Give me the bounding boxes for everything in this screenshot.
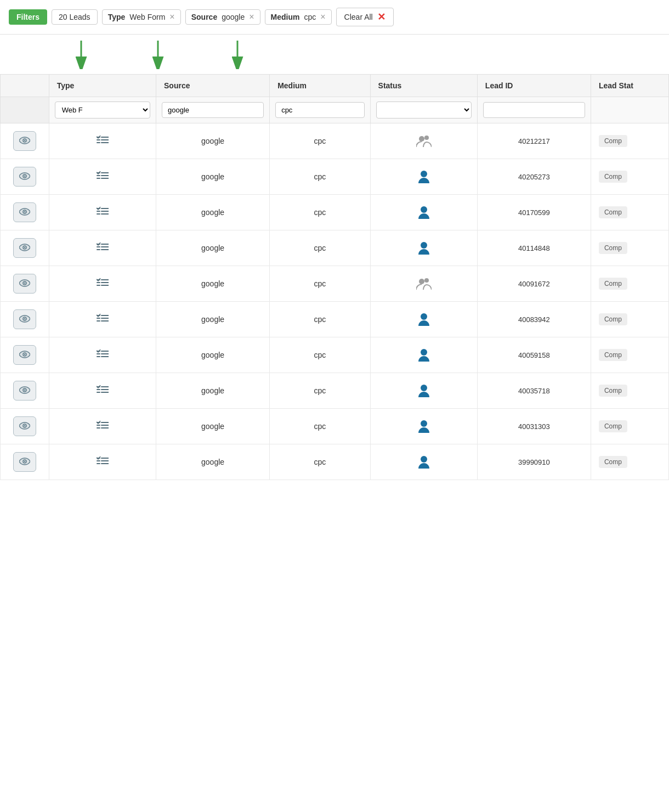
svg-rect-92 bbox=[97, 425, 100, 426]
lead-id-value: 40212217 bbox=[518, 137, 550, 145]
view-button[interactable] bbox=[13, 381, 36, 401]
clear-all-button[interactable]: Clear All ✕ bbox=[336, 8, 394, 26]
svg-point-46 bbox=[421, 242, 427, 249]
eye-icon bbox=[19, 314, 30, 325]
view-button[interactable] bbox=[13, 452, 36, 472]
type-list-icon bbox=[57, 207, 148, 218]
medium-value: cpc bbox=[314, 172, 326, 181]
source-filter-input[interactable] bbox=[162, 102, 264, 118]
view-button[interactable] bbox=[13, 345, 36, 365]
type-cell bbox=[49, 444, 156, 480]
table-header-row: Type Source Medium Status Lead ID Lead S… bbox=[1, 75, 669, 97]
col-header-lead-status: Lead Stat bbox=[591, 75, 668, 97]
medium-cell: cpc bbox=[270, 230, 370, 266]
type-list-icon bbox=[57, 349, 148, 360]
source-cell: google bbox=[156, 337, 270, 373]
medium-chip-close[interactable]: × bbox=[320, 13, 325, 21]
table-row: googlecpc 40031303Comp bbox=[1, 409, 669, 444]
lead-status-cell: Comp bbox=[591, 302, 668, 337]
status-cell bbox=[370, 266, 477, 302]
lead-id-value: 40059158 bbox=[518, 351, 550, 359]
view-button[interactable] bbox=[13, 167, 36, 187]
lead-id-cell: 40091672 bbox=[477, 266, 591, 302]
type-chip-close[interactable]: × bbox=[169, 13, 174, 21]
status-cell bbox=[370, 373, 477, 409]
status-single-icon bbox=[378, 348, 469, 362]
table-row: googlecpc 40205273Comp bbox=[1, 159, 669, 195]
col-header-status: Status bbox=[370, 75, 477, 97]
svg-point-80 bbox=[24, 389, 25, 390]
svg-rect-21 bbox=[97, 175, 100, 176]
lead-status-cell: Comp bbox=[591, 409, 668, 444]
source-cell: google bbox=[156, 230, 270, 266]
type-list-icon bbox=[57, 243, 148, 253]
status-single-icon bbox=[378, 241, 469, 255]
view-button[interactable] bbox=[13, 238, 36, 258]
lead-id-cell: 40059158 bbox=[477, 337, 591, 373]
lead-status-cell: Comp bbox=[591, 195, 668, 230]
table-row: googlecpc 40091672Comp bbox=[1, 266, 669, 302]
source-value: google bbox=[201, 458, 224, 466]
svg-rect-42 bbox=[97, 249, 100, 250]
lead-status-chip: Comp bbox=[599, 420, 627, 432]
lead-status-cell: Comp bbox=[591, 123, 668, 159]
eye-icon bbox=[19, 385, 30, 397]
status-single-icon bbox=[378, 313, 469, 326]
svg-point-107 bbox=[421, 456, 427, 463]
medium-value: cpc bbox=[314, 422, 326, 431]
view-button[interactable] bbox=[13, 309, 36, 329]
lead-status-chip: Comp bbox=[599, 313, 627, 325]
col-header-medium: Medium bbox=[270, 75, 370, 97]
type-list-icon bbox=[57, 385, 148, 396]
type-cell bbox=[49, 409, 156, 444]
view-button[interactable] bbox=[13, 202, 36, 222]
svg-point-56 bbox=[419, 279, 424, 284]
medium-cell: cpc bbox=[270, 195, 370, 230]
type-cell bbox=[49, 337, 156, 373]
svg-rect-32 bbox=[97, 213, 100, 215]
medium-value: cpc bbox=[314, 458, 326, 466]
col-header-type: Type bbox=[49, 75, 156, 97]
medium-filter-input[interactable] bbox=[275, 102, 364, 118]
eye-cell bbox=[1, 195, 49, 230]
status-filter-select[interactable] bbox=[376, 101, 472, 119]
eye-cell bbox=[1, 266, 49, 302]
eye-cell bbox=[1, 302, 49, 337]
leadid-filter-input[interactable] bbox=[483, 102, 585, 118]
eye-cell bbox=[1, 159, 49, 195]
filter-status-cell bbox=[370, 97, 477, 123]
svg-rect-51 bbox=[97, 282, 100, 283]
lead-id-cell: 40205273 bbox=[477, 159, 591, 195]
type-list-icon bbox=[57, 136, 148, 146]
view-button[interactable] bbox=[13, 274, 36, 294]
svg-rect-22 bbox=[97, 178, 100, 179]
medium-value: cpc bbox=[314, 137, 326, 145]
status-group-icon bbox=[378, 278, 469, 290]
lead-id-value: 40035718 bbox=[518, 387, 550, 395]
eye-cell bbox=[1, 123, 49, 159]
col-header-source: Source bbox=[156, 75, 270, 97]
medium-chip-value: cpc bbox=[304, 13, 316, 21]
svg-rect-31 bbox=[97, 211, 100, 212]
source-chip-close[interactable]: × bbox=[249, 13, 254, 21]
status-cell bbox=[370, 337, 477, 373]
source-cell: google bbox=[156, 266, 270, 302]
lead-id-value: 40083942 bbox=[518, 315, 550, 324]
view-button[interactable] bbox=[13, 131, 36, 151]
source-value: google bbox=[201, 386, 224, 395]
view-button[interactable] bbox=[13, 416, 36, 436]
svg-point-100 bbox=[24, 460, 25, 461]
lead-id-value: 40114848 bbox=[518, 244, 550, 252]
lead-status-cell: Comp bbox=[591, 373, 668, 409]
svg-rect-72 bbox=[97, 353, 100, 354]
svg-point-70 bbox=[24, 353, 25, 354]
source-cell: google bbox=[156, 444, 270, 480]
medium-value: cpc bbox=[314, 386, 326, 395]
type-list-icon bbox=[57, 421, 148, 432]
type-filter-select[interactable]: Web F Web Form bbox=[55, 101, 150, 119]
medium-cell: cpc bbox=[270, 444, 370, 480]
source-chip-value: google bbox=[222, 13, 245, 21]
lead-status-chip: Comp bbox=[599, 385, 627, 397]
svg-rect-52 bbox=[97, 285, 100, 286]
type-cell bbox=[49, 123, 156, 159]
